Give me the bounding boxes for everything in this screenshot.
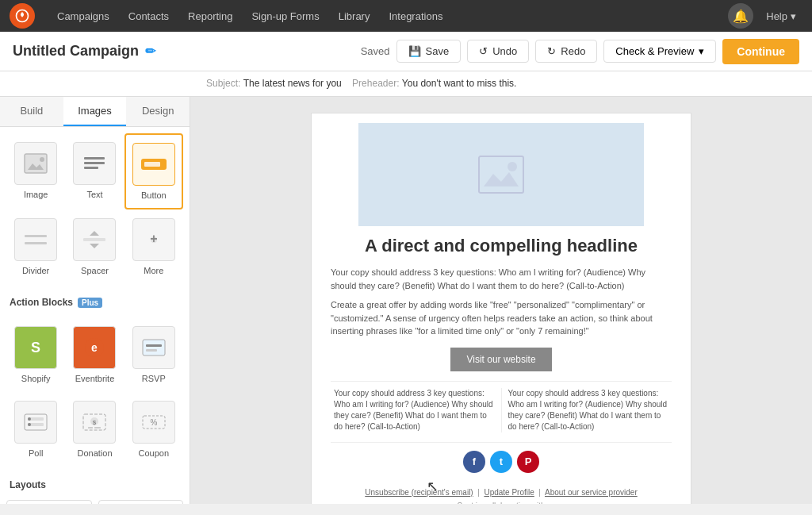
nav-contacts[interactable]: Contacts [119,0,178,32]
block-donation-label: Donation [77,448,112,458]
nav-signupforms[interactable]: Sign-up Forms [242,0,328,32]
email-image-placeholder[interactable] [358,123,644,226]
email-col2: Your copy should address 3 key questions… [505,388,672,432]
svg-rect-8 [25,235,47,237]
block-text-label: Text [86,190,102,199]
edit-title-icon[interactable]: ✏ [145,44,155,59]
email-col1: Your copy should address 3 key questions… [331,388,498,432]
block-coupon-label: Coupon [139,448,170,458]
nav-campaigns[interactable]: Campaigns [48,0,119,32]
nav-integrations[interactable]: Integrations [379,0,452,32]
block-rsvp[interactable]: RSVP [124,317,183,392]
block-image[interactable]: Image [6,133,65,209]
layout-item-2[interactable] [98,500,184,504]
twitter-icon[interactable]: t [490,451,512,473]
email-cta-button[interactable]: Visit our website [450,348,551,371]
divider-block-icon [14,218,57,261]
donation-block-icon: $ [73,401,116,444]
text-block-icon [73,142,116,185]
help-menu[interactable]: Help ▾ [760,10,802,22]
update-profile-link[interactable]: Update Profile [484,488,534,497]
redo-icon: ↻ [547,45,556,57]
svg-rect-43 [479,156,523,193]
svg-point-44 [508,162,517,171]
svg-text:$: $ [93,419,97,426]
panel-tabs: Build Images Design [0,97,190,127]
sent-in-collab: Sent in collaboration with [312,499,691,505]
layouts-section-label: Layouts [0,473,190,494]
image-block-icon [14,142,57,185]
tab-build[interactable]: Build [0,97,63,126]
subject-value: The latest news for you [243,78,342,89]
notifications-icon[interactable]: 🔔 [728,3,753,29]
layouts-grid [0,494,190,504]
svg-rect-3 [84,157,105,159]
nav-library[interactable]: Library [329,0,380,32]
svg-rect-21 [25,414,47,430]
svg-text:e: e [92,341,98,354]
layout-item-1[interactable] [6,500,92,504]
block-poll-label: Poll [29,448,43,458]
undo-button[interactable]: ↺ Undo [467,40,529,63]
undo-icon: ↺ [479,45,488,57]
continue-button[interactable]: Continue [722,39,799,64]
email-divider-2 [331,442,672,443]
block-poll[interactable]: Poll [6,392,65,467]
svg-rect-1 [25,154,47,173]
email-social-icons: f t P [312,451,691,473]
facebook-icon[interactable]: f [463,451,485,473]
action-blocks-section-label: Action Blocks Plus [0,290,190,311]
block-text[interactable]: Text [65,133,124,209]
block-button[interactable]: Button [124,133,183,209]
block-divider-label: Divider [22,266,49,275]
tab-images[interactable]: Images [63,97,127,126]
redo-button[interactable]: ↻ Redo [535,40,597,63]
block-more[interactable]: + More [124,209,183,284]
shopify-block-icon: S [14,326,57,369]
app-logo[interactable] [10,3,35,29]
svg-point-2 [40,157,44,162]
button-block-icon [132,143,175,186]
email-meta-bar: Subject: The latest news for you Prehead… [0,71,812,97]
unsubscribe-link[interactable]: Unsubscribe (recipient's email) [365,488,473,497]
block-eventbrite[interactable]: e Eventbrite [65,317,124,392]
email-preview: A direct and compelling headline Your co… [311,113,691,504]
rsvp-block-icon [132,326,175,369]
chevron-down-icon: ▾ [791,10,796,22]
preheader-label: Preheader: [352,78,399,89]
subject-label: Subject: [206,78,240,89]
nav-reporting[interactable]: Reporting [178,0,242,32]
svg-text:S: S [31,340,40,356]
pinterest-icon[interactable]: P [517,451,539,473]
block-donation[interactable]: $ Donation [65,392,124,467]
block-shopify[interactable]: S Shopify [6,317,65,392]
block-coupon[interactable]: % Coupon [124,392,183,467]
action-blocks-grid: S Shopify e Eventbrite [0,311,190,473]
svg-rect-18 [143,340,165,356]
col-divider [501,388,502,432]
block-more-label: More [144,266,163,275]
svg-marker-11 [90,231,99,236]
email-cta-row: Visit our website [312,348,691,371]
save-icon: 💾 [408,45,421,57]
block-spacer[interactable]: Spacer [65,209,124,284]
svg-text:%: % [150,418,157,427]
block-image-label: Image [24,190,48,199]
left-panel: Build Images Design Image Text [0,97,190,504]
plus-badge: Plus [78,298,102,308]
about-provider-link[interactable]: About our service provider [545,488,638,497]
main-area: Build Images Design Image Text [0,97,812,504]
block-divider[interactable]: Divider [6,209,65,284]
email-footer: Unsubscribe (recipient's email) | Update… [312,481,691,505]
svg-rect-19 [146,344,162,347]
preheader-value: You don't want to miss this. [402,78,517,89]
tab-design[interactable]: Design [126,97,190,126]
campaign-title-area: Untitled Campaign ✏ [13,43,155,60]
block-shopify-label: Shopify [21,374,51,383]
check-preview-button[interactable]: Check & Preview ▾ [603,40,716,63]
spacer-block-icon [73,218,116,261]
save-button[interactable]: 💾 Save [396,40,462,63]
svg-point-24 [28,417,31,421]
block-spacer-label: Spacer [81,266,109,275]
block-rsvp-label: RSVP [142,374,166,383]
